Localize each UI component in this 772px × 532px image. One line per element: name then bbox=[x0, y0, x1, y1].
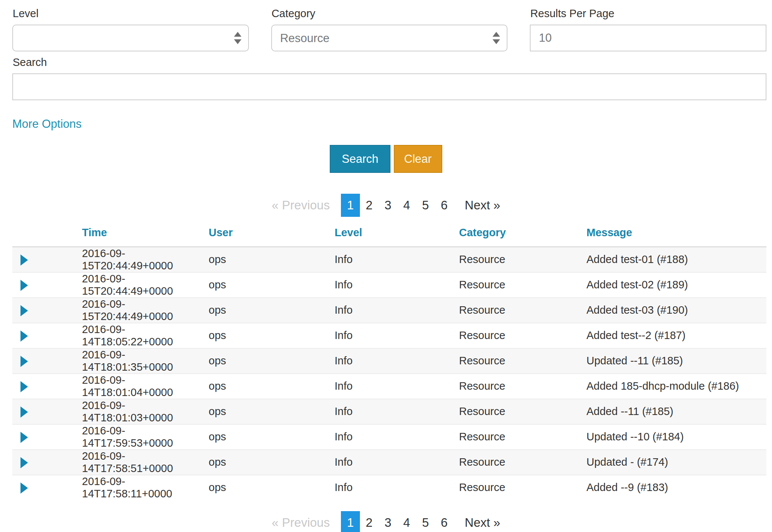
cell-level: Info bbox=[335, 272, 459, 298]
results-per-page-input[interactable] bbox=[530, 25, 766, 51]
cell-level: Info bbox=[335, 374, 459, 399]
pagination-page[interactable]: 5 bbox=[416, 194, 435, 217]
pagination-page[interactable]: 1 bbox=[341, 511, 360, 532]
table-row: 2016-09-15T20:44:49+0000 ops Info Resour… bbox=[12, 298, 766, 323]
cell-level: Info bbox=[335, 348, 459, 374]
cell-user: ops bbox=[209, 272, 335, 298]
cell-message: Updated - (#174) bbox=[586, 450, 766, 475]
expand-row-icon[interactable] bbox=[20, 406, 28, 418]
results-per-page-field: Results Per Page bbox=[530, 6, 766, 51]
level-field: Level bbox=[12, 6, 249, 51]
cell-time: 2016-09-14T17:58:51+0000 bbox=[82, 450, 209, 475]
cell-category: Resource bbox=[459, 323, 586, 348]
pagination-page[interactable]: 2 bbox=[360, 194, 379, 217]
table-row: 2016-09-14T18:01:04+0000 ops Info Resour… bbox=[12, 374, 766, 399]
cell-expand bbox=[12, 272, 82, 298]
search-section: Search bbox=[0, 51, 772, 100]
category-select[interactable]: Resource bbox=[271, 25, 508, 51]
search-label: Search bbox=[13, 56, 766, 69]
cell-user: ops bbox=[209, 424, 335, 450]
cell-time: 2016-09-14T18:01:03+0000 bbox=[82, 399, 209, 424]
expand-row-icon[interactable] bbox=[20, 482, 28, 494]
cell-message: Added --9 (#183) bbox=[586, 475, 766, 500]
pagination-page[interactable]: 6 bbox=[435, 194, 453, 217]
cell-category: Resource bbox=[459, 348, 586, 374]
results-per-page-label: Results Per Page bbox=[530, 7, 766, 20]
pagination-page[interactable]: 1 bbox=[341, 194, 360, 217]
cell-level: Info bbox=[335, 399, 459, 424]
column-header-expand bbox=[12, 221, 82, 247]
cell-user: ops bbox=[209, 323, 335, 348]
cell-time: 2016-09-15T20:44:49+0000 bbox=[82, 272, 209, 298]
expand-row-icon[interactable] bbox=[20, 457, 28, 468]
cell-user: ops bbox=[209, 374, 335, 399]
cell-time: 2016-09-15T20:44:49+0000 bbox=[82, 298, 209, 323]
pagination-pages: 1 2 3 4 5 6 bbox=[341, 194, 453, 217]
cell-message: Added 185-dhcp-module (#186) bbox=[586, 374, 766, 399]
level-select[interactable] bbox=[12, 25, 249, 51]
expand-row-icon[interactable] bbox=[20, 280, 28, 291]
cell-level: Info bbox=[335, 475, 459, 500]
cell-message: Updated --10 (#184) bbox=[586, 424, 766, 450]
category-label: Category bbox=[272, 7, 508, 20]
expand-row-icon[interactable] bbox=[20, 381, 28, 392]
cell-expand bbox=[12, 450, 82, 475]
table-row: 2016-09-14T17:58:11+0000 ops Info Resour… bbox=[12, 475, 766, 500]
expand-row-icon[interactable] bbox=[20, 254, 28, 266]
cell-message: Added test-03 (#190) bbox=[586, 298, 766, 323]
cell-category: Resource bbox=[459, 399, 586, 424]
pagination-page[interactable]: 5 bbox=[416, 511, 435, 532]
column-header-level[interactable]: Level bbox=[335, 221, 459, 247]
action-buttons: Search Clear bbox=[0, 145, 772, 173]
column-header-time[interactable]: Time bbox=[82, 221, 209, 247]
cell-level: Info bbox=[335, 323, 459, 348]
cell-category: Resource bbox=[459, 272, 586, 298]
more-options-row: More Options bbox=[0, 100, 772, 131]
table-row: 2016-09-14T18:01:03+0000 ops Info Resour… bbox=[12, 399, 766, 424]
cell-expand bbox=[12, 247, 82, 272]
cell-time: 2016-09-14T18:01:35+0000 bbox=[82, 348, 209, 374]
cell-message: Added test-02 (#189) bbox=[586, 272, 766, 298]
cell-time: 2016-09-14T18:05:22+0000 bbox=[82, 323, 209, 348]
cell-category: Resource bbox=[459, 475, 586, 500]
expand-row-icon[interactable] bbox=[20, 330, 28, 342]
cell-expand bbox=[12, 374, 82, 399]
cell-category: Resource bbox=[459, 374, 586, 399]
expand-row-icon[interactable] bbox=[20, 305, 28, 316]
cell-message: Added test--2 (#187) bbox=[586, 323, 766, 348]
search-button[interactable]: Search bbox=[330, 145, 390, 173]
column-header-message[interactable]: Message bbox=[586, 221, 766, 247]
expand-row-icon[interactable] bbox=[20, 432, 28, 443]
cell-category: Resource bbox=[459, 450, 586, 475]
pagination-next[interactable]: Next » bbox=[459, 511, 506, 532]
pagination-page[interactable]: 6 bbox=[435, 511, 453, 532]
cell-expand bbox=[12, 475, 82, 500]
pagination-page[interactable]: 4 bbox=[397, 511, 416, 532]
search-input[interactable] bbox=[12, 73, 766, 100]
clear-button[interactable]: Clear bbox=[394, 145, 442, 173]
cell-level: Info bbox=[335, 424, 459, 450]
cell-level: Info bbox=[335, 247, 459, 272]
cell-expand bbox=[12, 323, 82, 348]
pagination-page[interactable]: 4 bbox=[397, 194, 416, 217]
cell-time: 2016-09-15T20:44:49+0000 bbox=[82, 247, 209, 272]
more-options-link[interactable]: More Options bbox=[12, 117, 82, 130]
cell-category: Resource bbox=[459, 247, 586, 272]
pagination-next[interactable]: Next » bbox=[459, 194, 506, 217]
level-label: Level bbox=[13, 7, 249, 20]
level-select-wrap bbox=[12, 25, 249, 51]
cell-user: ops bbox=[209, 399, 335, 424]
table-row: 2016-09-14T17:58:51+0000 ops Info Resour… bbox=[12, 450, 766, 475]
pagination-page[interactable]: 2 bbox=[360, 511, 379, 532]
pagination-pages: 1 2 3 4 5 6 bbox=[341, 511, 453, 532]
column-header-category[interactable]: Category bbox=[459, 221, 586, 247]
cell-expand bbox=[12, 348, 82, 374]
expand-row-icon[interactable] bbox=[20, 356, 28, 367]
column-header-user[interactable]: User bbox=[209, 221, 335, 247]
pagination-page[interactable]: 3 bbox=[379, 511, 397, 532]
table-row: 2016-09-15T20:44:49+0000 ops Info Resour… bbox=[12, 272, 766, 298]
pagination-previous: « Previous bbox=[266, 511, 336, 532]
cell-expand bbox=[12, 424, 82, 450]
category-select-wrap: Resource bbox=[271, 25, 508, 51]
pagination-page[interactable]: 3 bbox=[379, 194, 397, 217]
